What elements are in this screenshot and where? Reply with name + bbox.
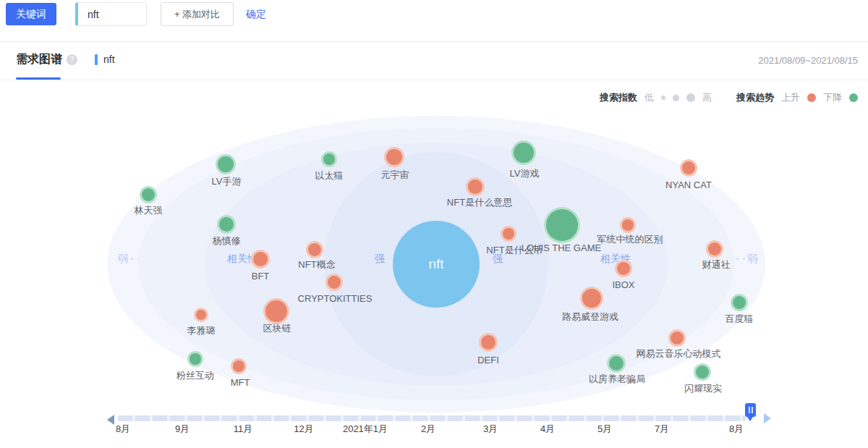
timeline-next-arrow-icon[interactable] — [764, 413, 771, 423]
keyword-input[interactable] — [75, 2, 147, 26]
pause-icon — [745, 403, 756, 417]
chart-bubble[interactable] — [514, 143, 534, 163]
chart-bubble[interactable] — [503, 228, 514, 240]
chart-bubble[interactable] — [265, 300, 287, 322]
active-tab-underline — [16, 77, 61, 80]
size-dot-small-icon — [661, 96, 665, 100]
add-compare-button[interactable]: + 添加对比 — [161, 2, 234, 26]
chart-bubble-label: 闪耀现实 — [684, 382, 722, 395]
chart-bubble[interactable] — [617, 262, 630, 275]
timeline-tick-label: 4月 — [540, 423, 555, 436]
low-label: 低 — [644, 91, 654, 104]
panel-header: 需求图谱 ? nft 2021/08/09~2021/08/15 — [0, 42, 868, 80]
chart-bubble[interactable] — [733, 296, 746, 309]
chart-bubble-label: 李雅璐 — [187, 324, 216, 337]
timeline-prev-arrow-icon[interactable] — [107, 415, 114, 425]
chart-bubble[interactable] — [468, 179, 482, 194]
chart-bubble-label: LV手游 — [212, 175, 242, 188]
chart-bubble[interactable] — [671, 331, 684, 345]
down-trend-dot-icon — [849, 93, 858, 102]
chart-bubble[interactable] — [308, 243, 321, 256]
timeline-tick-label: 9月 — [175, 423, 190, 436]
chart-bubble[interactable] — [609, 356, 624, 371]
timeline-slider: 8月9月11月12月2021年1月2月3月4月5月7月8月 — [0, 400, 868, 443]
axis-label: 强 — [493, 253, 503, 266]
chart-bubble[interactable] — [323, 153, 335, 165]
search-index-label: 搜索指数 — [600, 91, 637, 104]
chart-bubble-label: CRYPTOKITTIES — [298, 293, 373, 304]
timeline-tick-label: 8月 — [116, 423, 130, 436]
series-color-bar — [95, 54, 98, 65]
help-icon[interactable]: ? — [67, 54, 77, 65]
chart-bubble-label: NYAN CAT — [665, 179, 712, 190]
chart-bubble[interactable] — [708, 242, 721, 255]
chart-bubble-label: MFT — [231, 377, 250, 388]
chart-bubble-label: 粉丝互动 — [176, 369, 214, 382]
chart-bubble-label: 以房养老骗局 — [589, 373, 645, 386]
baidu-index-demand-map-page: { "toolbar": { "keyword_label": "关键词", "… — [0, 0, 868, 448]
tab-demand-map[interactable]: 需求图谱 — [16, 52, 62, 67]
timeline-tick-label: 3月 — [483, 423, 498, 436]
keyword-toolbar: 关键词 + 添加对比 确定 — [0, 0, 868, 41]
chart-bubble[interactable] — [196, 310, 206, 320]
chart-bubble[interactable] — [233, 360, 244, 372]
chart-bubble[interactable] — [682, 161, 695, 174]
chart-bubble-label: 网易云音乐心动模式 — [637, 347, 721, 360]
timeline-tick-label: 11月 — [234, 423, 253, 436]
timeline-tick-label: 8月 — [729, 423, 744, 436]
chart-legend: 搜索指数 低 高 搜索趋势 上升 下降 — [600, 91, 858, 104]
chart-bubble-label: 林天强 — [135, 204, 163, 217]
keyword-button[interactable]: 关键词 — [6, 3, 56, 25]
size-dot-medium-icon — [673, 95, 679, 101]
down-label: 下降 — [823, 91, 842, 104]
chart-bubble[interactable] — [481, 335, 495, 350]
chart-bubble-label: 百度猫 — [726, 313, 754, 326]
timeline-track[interactable] — [118, 415, 746, 421]
chart-bubble-label: 军统中统的区别 — [597, 233, 663, 246]
timeline-tick-label: 7月 — [655, 423, 669, 436]
high-label: 高 — [702, 91, 712, 104]
up-trend-dot-icon — [807, 93, 816, 102]
chart-bubble-label: 元宇宙 — [381, 169, 409, 182]
series-label: nft — [103, 54, 115, 65]
chart-bubble-label: LOUIS THE GAME — [522, 242, 601, 253]
search-trend-label: 搜索趋势 — [736, 91, 774, 104]
timeline-tick-label: 2月 — [421, 423, 435, 436]
chart-bubble[interactable] — [218, 156, 234, 172]
chart-bubble-label: 财通社 — [702, 258, 731, 271]
center-keyword-bubble[interactable]: nft — [393, 221, 480, 308]
chart-bubble-label: DEFI — [477, 355, 499, 365]
timeline-tick-label: 5月 — [597, 423, 612, 436]
chart-bubble-label: LV游戏 — [510, 167, 540, 180]
chart-bubble-label: NFT概念 — [298, 258, 335, 271]
chart-bubble-label: 以太猫 — [315, 169, 344, 182]
chart-bubble[interactable] — [190, 353, 201, 365]
timeline-handle[interactable] — [745, 403, 756, 422]
axis-label: 强 — [375, 253, 385, 266]
chart-bubble-label: IBOX — [612, 279, 634, 290]
chart-bubble-label: 杨慎修 — [213, 234, 241, 248]
timeline-tick-label: 2021年1月 — [343, 423, 388, 436]
chart-bubble[interactable] — [546, 209, 578, 241]
chart-bubble-label: 路易威登游戏 — [562, 310, 618, 324]
chart-bubble[interactable] — [328, 276, 341, 289]
chart-bubble[interactable] — [142, 188, 155, 201]
confirm-link[interactable]: 确定 — [246, 8, 266, 21]
chart-bubble-label: NFT是什么币 — [486, 244, 542, 257]
size-dot-large-icon — [686, 93, 695, 102]
timeline-tick-label: 12月 — [294, 423, 313, 436]
date-range: 2021/08/09~2021/08/15 — [758, 55, 858, 66]
up-label: 上升 — [781, 91, 800, 104]
chart-bubble[interactable] — [386, 149, 402, 165]
chart-bubble[interactable] — [219, 217, 234, 232]
axis-label: 弱 — [747, 253, 757, 266]
chart-bubble[interactable] — [696, 365, 709, 379]
chart-bubble[interactable] — [253, 252, 268, 266]
chart-bubble-label: 区块链 — [263, 322, 292, 335]
chart-bubble-label: BFT — [252, 271, 270, 282]
series-chip: nft — [95, 54, 115, 65]
chart-bubble[interactable] — [622, 219, 634, 231]
chart-bubble[interactable] — [582, 289, 601, 308]
axis-label: 弱 — [118, 253, 128, 266]
chart-bubble-label: NFT是什么意思 — [447, 196, 512, 209]
